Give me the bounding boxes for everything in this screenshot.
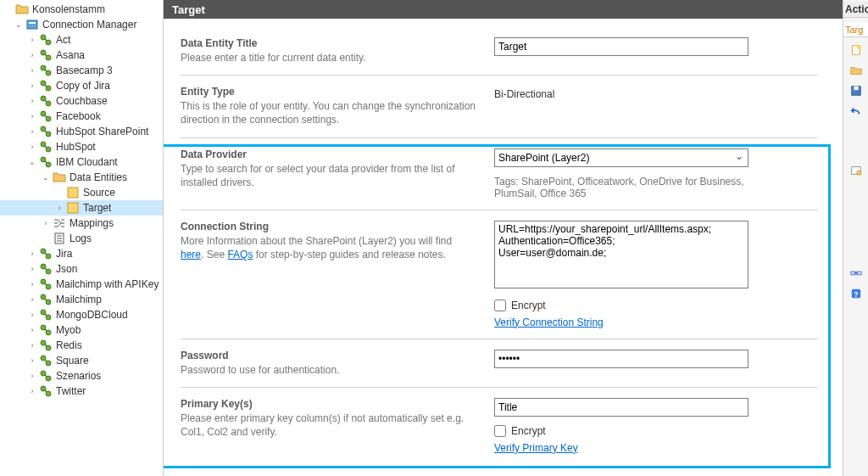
tree-item-label: Couchbase [56,95,108,107]
expand-icon[interactable]: › [27,65,37,76]
expand-icon[interactable]: › [27,340,37,350]
tree-connection-item[interactable]: ›Square [0,353,163,368]
tree-item-label: Jira [56,248,72,260]
expand-icon[interactable]: › [54,203,64,213]
tree-connection-item[interactable]: ›HubSpot [0,139,163,154]
mappings-icon [53,216,66,230]
tree-connection-item[interactable]: ›Act [0,32,163,48]
tree-connection-item[interactable]: ›Copy of Jira [0,78,163,93]
svg-rect-65 [854,87,858,90]
link-verify-connection[interactable]: Verify Connection String [494,316,604,328]
expand-icon[interactable]: › [27,142,37,152]
folder-icon [15,3,29,16]
expand-icon[interactable] [3,4,14,14]
undo-icon[interactable] [849,104,864,119]
link-faqs[interactable]: FAQs [227,249,253,260]
svg-line-58 [45,375,47,377]
tree-connection-item[interactable]: ›Jira [0,246,163,261]
right-panel-header: Actio [843,2,868,18]
expand-icon[interactable]: › [27,294,37,305]
properties-icon[interactable] [849,163,864,178]
tree-mappings[interactable]: › Mappings [0,216,163,231]
tree-connection-item[interactable]: ›Json [0,261,163,277]
tree-connection-item[interactable]: ⌄IBM Cloudant [0,154,163,170]
connection-icon [39,354,53,367]
expand-icon[interactable]: › [27,310,37,320]
link-here[interactable]: here [181,249,201,260]
textarea-connection-string[interactable]: URL=https://your_sharepoint_url/AllItems… [494,221,748,288]
svg-line-37 [45,268,47,270]
link-icon[interactable] [849,266,864,281]
section-data-provider: Data Provider Type to search for or sele… [181,138,817,210]
tree-item-label: Mailchimp with APIKey [56,278,159,290]
right-panel-tab[interactable]: Targ [843,23,868,37]
expand-icon[interactable]: › [27,356,37,366]
tree-data-entities[interactable]: ⌄ Data Entities [0,170,163,185]
label-connection-string: Connection String [181,221,477,232]
new-icon[interactable] [849,42,864,58]
expand-icon[interactable]: › [27,279,37,289]
svg-point-67 [856,171,860,175]
connection-icon [39,384,53,398]
expand-icon[interactable]: › [27,249,37,259]
svg-rect-0 [27,20,37,29]
input-password[interactable] [494,350,748,368]
expand-icon[interactable]: › [27,325,37,335]
tree-connection-item[interactable]: ›HubSpot SharePoint [0,124,163,139]
expand-icon[interactable]: › [27,50,37,60]
tree-panel: Konsolenstamm ⌄ Connection Manager ›Act›… [0,0,164,476]
collapse-icon[interactable]: ⌄ [14,20,24,30]
section-data-entity-title: Data Entity Title Please enter a title f… [181,27,817,76]
checkbox-encrypt-pk[interactable] [494,425,506,437]
section-primary-key: Primary Key(s) Please enter primary key … [181,388,817,464]
tree-connection-item[interactable]: ›Szenarios [0,368,163,384]
expand-icon[interactable]: › [27,35,37,45]
svg-line-49 [45,329,47,331]
tree-connection-item[interactable]: ›Facebook [0,109,163,124]
tree-connection-item[interactable]: ›Asana [0,48,163,63]
svg-line-13 [45,85,47,87]
tree-item-label: Square [56,355,89,367]
collapse-icon[interactable]: ⌄ [41,172,51,182]
tree-item-label: Asana [56,49,85,61]
tree-connection-item[interactable]: ›Mailchimp [0,292,163,307]
svg-line-16 [45,100,47,102]
link-verify-primary-key[interactable]: Verify Primary Key [494,442,578,454]
save-icon[interactable] [849,83,864,98]
tree-connection-item[interactable]: ›Myob [0,322,163,338]
input-data-entity-title[interactable] [494,37,748,56]
form-area: Data Entity Title Please enter a title f… [164,19,843,476]
expand-icon[interactable]: › [27,264,37,274]
open-icon[interactable] [849,63,864,78]
expand-icon[interactable]: › [27,111,37,121]
desc-password: Password to use for authentication. [181,363,477,377]
tree-logs[interactable]: Logs [0,231,163,246]
tree-item-label: HubSpot SharePoint [56,126,148,137]
expand-icon[interactable]: › [27,386,37,396]
tree-connection-item[interactable]: ›Couchbase [0,93,163,109]
collapse-icon[interactable]: ⌄ [27,157,37,167]
expand-icon[interactable]: › [27,81,37,91]
expand-icon[interactable]: › [41,218,51,228]
tree-conn-mgr[interactable]: ⌄ Connection Manager [0,17,163,32]
select-data-provider[interactable]: SharePoint (Layer2) [494,148,748,167]
connection-icon [39,48,53,62]
svg-line-19 [45,115,47,117]
expand-icon[interactable]: › [27,371,37,381]
expand-icon[interactable]: › [27,96,37,106]
help-icon[interactable]: ? [849,286,864,301]
checkbox-encrypt-conn[interactable] [494,300,506,311]
tree-connection-item[interactable]: ›Basecamp 3 [0,63,163,78]
input-primary-key[interactable] [494,398,748,417]
tree-source[interactable]: Source [0,185,163,200]
expand-icon[interactable]: › [27,126,37,137]
tags-data-provider: Tags: SharePoint, Officeatwork, OneDrive… [494,176,748,199]
svg-line-10 [45,70,47,71]
tree-connection-item[interactable]: ›Mailchimp with APIKey [0,277,163,292]
tree-connection-item[interactable]: ›Redis [0,338,163,353]
tree-connection-item[interactable]: ›Twitter [0,384,163,399]
tree-connection-item[interactable]: ›MongoDBCloud [0,307,163,322]
tree-target[interactable]: › Target [0,200,163,216]
tree-root[interactable]: Konsolenstamm [0,2,163,17]
label-primary-key: Primary Key(s) [181,398,477,410]
